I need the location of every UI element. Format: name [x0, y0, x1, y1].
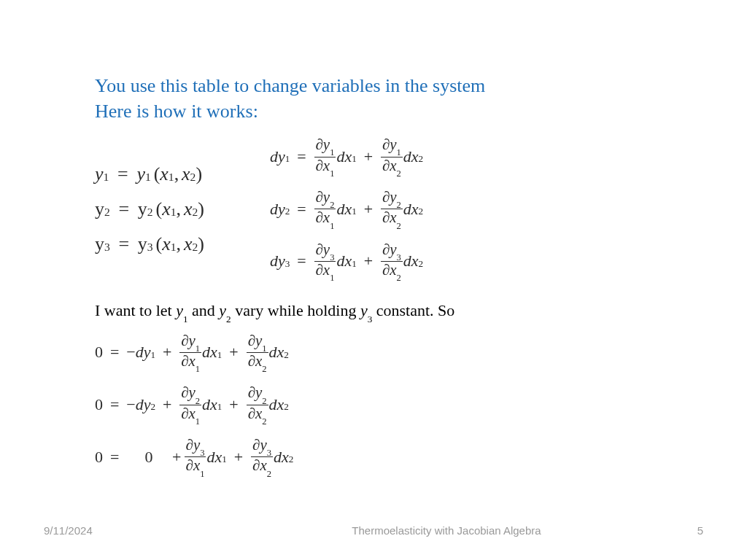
heading-line-2: Here is how it works: — [95, 98, 703, 124]
heading-line-1: You use this table to change variables i… — [95, 73, 703, 98]
total-diff-dy1: dy1 = ∂y1 ∂x1 dx1 + ∂y1 ∂x2 dx2 — [270, 137, 423, 176]
constraint-eq-1: 0 = −dy1 + ∂y1 ∂x1 dx1 + ∂y1 ∂x2 dx2 — [95, 333, 703, 373]
partial-y1-x1: ∂y1 ∂x1 — [314, 137, 336, 176]
heading: You use this table to change variables i… — [95, 73, 703, 124]
explanation-text: I want to let y1 and y2 vary while holdi… — [95, 301, 703, 322]
total-diff-dy3: dy3 = ∂y3 ∂x1 dx1 + ∂y3 ∂x2 dx2 — [270, 242, 423, 281]
partial-y2-x1: ∂y2 ∂x1 — [314, 190, 336, 229]
footer-page: 5 — [659, 524, 703, 537]
partial-y2-x2: ∂y2 ∂x2 — [381, 190, 403, 229]
partial-y1-x2: ∂y1 ∂x2 — [381, 137, 403, 176]
slide-footer: 9/11/2024 Thermoelasticity with Jacobian… — [0, 524, 747, 537]
definition-y3: y3 = y3 ( x1 , x2 ) — [95, 233, 204, 255]
constraint-equations: 0 = −dy1 + ∂y1 ∂x1 dx1 + ∂y1 ∂x2 dx2 0 =… — [95, 333, 703, 477]
footer-date: 9/11/2024 — [44, 524, 233, 537]
total-differentials-column: dy1 = ∂y1 ∂x1 dx1 + ∂y1 ∂x2 dx2 dy2 — [270, 137, 423, 281]
constraint-eq-2: 0 = −dy2 + ∂y2 ∂x1 dx1 + ∂y2 ∂x2 dx2 — [95, 385, 703, 424]
definition-y2: y2 = y2 ( x1 , x2 ) — [95, 198, 204, 220]
partial-y3-x2: ∂y3 ∂x2 — [381, 242, 403, 281]
slide: You use this table to change variables i… — [0, 0, 747, 560]
equation-columns: y1 = y1 ( x1 , x2 ) y2 = y2 ( x1 , x2 ) — [95, 137, 703, 281]
total-diff-dy2: dy2 = ∂y2 ∂x1 dx1 + ∂y2 ∂x2 dx2 — [270, 190, 423, 229]
partial-y3-x1: ∂y3 ∂x1 — [314, 242, 336, 281]
constraint-eq-3: 0 = 0 + ∂y3 ∂x1 dx1 + ∂y3 ∂x2 dx2 — [95, 438, 703, 477]
definition-y1: y1 = y1 ( x1 , x2 ) — [95, 163, 204, 185]
definition-column: y1 = y1 ( x1 , x2 ) y2 = y2 ( x1 , x2 ) — [95, 137, 204, 255]
footer-title: Thermoelasticity with Jacobian Algebra — [233, 524, 659, 537]
